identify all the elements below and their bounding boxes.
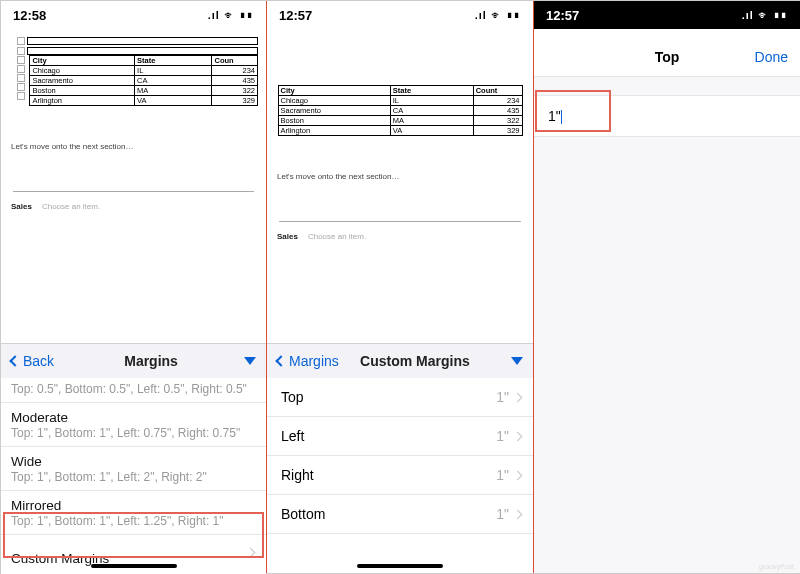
sheet-header: Margins Custom Margins (267, 344, 533, 378)
doc-body-text: Let's move onto the next section… (277, 172, 523, 181)
top-margin-header: Top Done (534, 37, 800, 77)
row-value: 1" (496, 428, 509, 444)
row-value: 1" (496, 467, 509, 483)
document-preview[interactable]: CityStateCoun ChicagoIL234 SacramentoCA4… (1, 29, 266, 106)
status-icons: .ıl ᯤ ▮▮ (208, 9, 254, 21)
sheet-title: Custom Margins (319, 353, 511, 369)
status-time: 12:58 (13, 8, 46, 23)
sales-hint: Choose an item. (42, 202, 100, 211)
custom-margins-row[interactable]: Custom Margins (1, 535, 266, 574)
home-indicator (357, 564, 443, 568)
divider (13, 191, 254, 192)
dropdown-icon[interactable] (511, 357, 523, 365)
row-label: Left (281, 428, 304, 444)
chevron-right-icon (513, 509, 523, 519)
data-table: CityStateCount ChicagoIL234 SacramentoCA… (278, 85, 523, 136)
col-city: City (278, 86, 390, 96)
col-count: Count (473, 86, 522, 96)
margin-left-row[interactable]: Left1" (267, 417, 533, 456)
row-value: 1" (496, 389, 509, 405)
checkbox[interactable] (17, 83, 25, 91)
margin-right-row[interactable]: Right1" (267, 456, 533, 495)
margins-sheet: Back Margins Top: 0.5", Bottom: 0.5", Le… (1, 343, 266, 573)
phone-screenshot-1: 12:58 .ıl ᯤ ▮▮ CityStateCoun ChicagoIL23… (1, 1, 267, 573)
empty-table-row (17, 37, 258, 45)
margin-option-mirrored[interactable]: Mirrored Top: 1", Bottom: 1", Left: 1.25… (1, 491, 266, 535)
done-button[interactable]: Done (755, 49, 788, 65)
home-indicator (91, 564, 177, 568)
sheet-title: Margins (58, 353, 244, 369)
status-time: 12:57 (546, 8, 579, 23)
phone-screenshot-3: 12:57 .ıl ᯤ ▮▮ Top Done 1" groovyPost (534, 1, 800, 573)
option-desc: Top: 1", Bottom: 1", Left: 2", Right: 2" (11, 470, 256, 484)
row-value: 1" (496, 506, 509, 522)
row-label: Top (281, 389, 304, 405)
chevron-right-icon (513, 431, 523, 441)
checkbox[interactable] (17, 65, 25, 73)
text-cursor (561, 110, 563, 124)
col-state: State (135, 56, 212, 66)
chevron-right-icon (513, 470, 523, 480)
chevron-right-icon (513, 392, 523, 402)
custom-margins-sheet: Margins Custom Margins Top1" Left1" Righ… (267, 343, 533, 573)
option-desc: Top: 1", Bottom: 1", Left: 0.75", Right:… (11, 426, 256, 440)
data-table: CityStateCoun ChicagoIL234 SacramentoCA4… (29, 55, 258, 106)
status-bar: 12:58 .ıl ᯤ ▮▮ (1, 1, 266, 29)
chevron-left-icon (275, 355, 286, 366)
checkbox[interactable] (17, 56, 25, 64)
sheet-header: Back Margins (1, 344, 266, 378)
margin-value-input[interactable]: 1" (534, 95, 800, 137)
sales-field[interactable]: Sales Choose an item. (277, 232, 523, 241)
dropdown-icon[interactable] (244, 357, 256, 365)
divider (279, 221, 521, 222)
col-state: State (390, 86, 473, 96)
sales-field[interactable]: Sales Choose an item. (11, 202, 256, 211)
sales-label: Sales (277, 232, 298, 241)
option-desc: Top: 1", Bottom: 1", Left: 1.25", Right:… (11, 514, 256, 528)
margin-top-row[interactable]: Top1" (267, 378, 533, 417)
margin-option-moderate[interactable]: Moderate Top: 1", Bottom: 1", Left: 0.75… (1, 403, 266, 447)
tutorial-composite: 12:58 .ıl ᯤ ▮▮ CityStateCoun ChicagoIL23… (0, 0, 800, 574)
phone-screenshot-2: 12:57 .ıl ᯤ ▮▮ CityStateCount ChicagoIL2… (267, 1, 534, 573)
sales-label: Sales (11, 202, 32, 211)
back-button[interactable]: Back (11, 353, 54, 369)
checkbox[interactable] (17, 74, 25, 82)
sales-hint: Choose an item. (308, 232, 366, 241)
input-value: 1" (548, 108, 561, 124)
document-preview[interactable]: CityStateCount ChicagoIL234 SacramentoCA… (267, 79, 533, 136)
margin-bottom-row[interactable]: Bottom1" (267, 495, 533, 534)
option-label: Mirrored (11, 498, 256, 513)
status-bar: 12:57 .ıl ᯤ ▮▮ (267, 1, 533, 29)
page-background (534, 77, 800, 573)
status-icons: .ıl ᯤ ▮▮ (475, 9, 521, 21)
option-label: Moderate (11, 410, 256, 425)
doc-body-text: Let's move onto the next section… (11, 142, 256, 151)
status-time: 12:57 (279, 8, 312, 23)
checkbox[interactable] (17, 92, 25, 100)
status-bar: 12:57 .ıl ᯤ ▮▮ (534, 1, 800, 29)
chevron-left-icon (9, 355, 20, 366)
margin-option-wide[interactable]: Wide Top: 1", Bottom: 1", Left: 2", Righ… (1, 447, 266, 491)
status-icons: .ıl ᯤ ▮▮ (742, 9, 788, 21)
chevron-right-icon (246, 548, 256, 558)
page-title: Top (655, 49, 680, 65)
col-count: Coun (212, 56, 258, 66)
watermark: groovyPost (759, 563, 794, 570)
row-label: Bottom (281, 506, 325, 522)
option-desc: Top: 0.5", Bottom: 0.5", Left: 0.5", Rig… (11, 382, 256, 396)
option-label: Wide (11, 454, 256, 469)
col-city: City (30, 56, 135, 66)
empty-table-row (17, 47, 258, 55)
row-label: Right (281, 467, 314, 483)
margin-option-cutoff[interactable]: Top: 0.5", Bottom: 0.5", Left: 0.5", Rig… (1, 378, 266, 403)
